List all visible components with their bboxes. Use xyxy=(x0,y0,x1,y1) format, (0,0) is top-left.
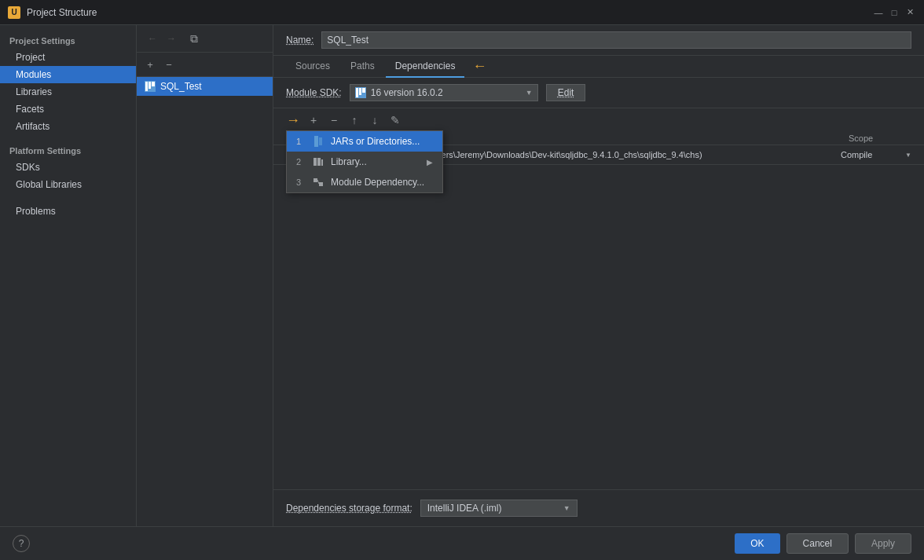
edit-sdk-button[interactable]: Edit xyxy=(546,84,586,101)
add-dep-button[interactable]: + xyxy=(305,112,322,129)
storage-format-value: IntelliJ IDEA (.iml) xyxy=(427,503,502,514)
sidebar-item-sdks-label: SDKs xyxy=(16,162,40,173)
nav-arrows: ← → ⧉ xyxy=(137,25,273,53)
tab-sources[interactable]: Sources xyxy=(286,56,339,78)
sidebar-item-modules[interactable]: Modules xyxy=(0,66,136,83)
dropdown-item-3-number: 3 xyxy=(296,178,306,187)
apply-button[interactable]: Apply xyxy=(855,533,911,554)
sidebar-item-global-libraries-label: Global Libraries xyxy=(16,179,82,190)
title-bar-controls: — □ ✕ xyxy=(872,6,916,19)
svg-rect-11 xyxy=(314,178,317,182)
title-bar: U Project Structure — □ ✕ xyxy=(0,0,924,25)
sdk-row: Module SDK: 16 version 16.0.2 ▼ Edit xyxy=(273,78,924,108)
sidebar-item-artifacts[interactable]: Artifacts xyxy=(0,118,136,135)
sidebar: Project Settings Project Modules Librari… xyxy=(0,25,137,220)
move-up-dep-button[interactable]: ↑ xyxy=(346,112,363,129)
storage-format-dropdown[interactable]: IntelliJ IDEA (.iml) ▼ xyxy=(420,500,578,517)
footer: ? OK Cancel Apply xyxy=(0,526,924,560)
module-name: SQL_Test xyxy=(160,81,202,92)
sdk-name: 16 version 16.0.2 xyxy=(371,87,443,98)
svg-rect-1 xyxy=(148,82,151,89)
module-dep-icon xyxy=(312,176,324,188)
sdk-dropdown[interactable]: 16 version 16.0.2 ▼ xyxy=(350,84,538,101)
storage-format-arrow: ▼ xyxy=(563,504,570,512)
dropdown-library-item[interactable]: 2 Library... ▶ xyxy=(287,152,442,172)
name-input[interactable] xyxy=(321,31,911,49)
edit-dep-button[interactable]: ✎ xyxy=(387,112,404,129)
module-list: SQL_Test xyxy=(137,77,273,526)
add-dep-dropdown: → 1 JARs or Directories... 2 xyxy=(286,130,443,193)
library-icon xyxy=(312,156,324,168)
sdk-icon xyxy=(355,87,366,98)
sdk-label: Module SDK: xyxy=(286,87,342,98)
library-submenu-arrow: ▶ xyxy=(427,158,433,167)
svg-rect-3 xyxy=(356,88,358,97)
svg-rect-8 xyxy=(314,158,317,166)
storage-label: Dependencies storage format: xyxy=(286,503,412,514)
maximize-button[interactable]: □ xyxy=(888,6,900,19)
remove-dep-button[interactable]: − xyxy=(325,112,343,129)
dep-scope-value-0: Compile xyxy=(841,150,872,159)
deps-toolbar: → + − ↑ ↓ ✎ → 1 JARs or Directo xyxy=(273,108,924,132)
sidebar-item-artifacts-label: Artifacts xyxy=(16,121,50,132)
dropdown-module-dep-item[interactable]: 3 Module Dependency... xyxy=(287,172,442,192)
cancel-button[interactable]: Cancel xyxy=(786,533,849,554)
storage-format-area: Dependencies storage format: IntelliJ ID… xyxy=(273,489,924,526)
dep-scope-arrow-0: ▼ xyxy=(905,152,911,159)
ok-button[interactable]: OK xyxy=(735,533,779,554)
platform-settings-header: Platform Settings xyxy=(0,140,136,159)
title-text: Project Structure xyxy=(27,7,97,18)
svg-rect-10 xyxy=(321,159,323,166)
right-panel: Name: Sources Paths Dependencies ← Modul… xyxy=(273,25,924,526)
sidebar-item-project[interactable]: Project xyxy=(0,49,136,66)
dependencies-arrow-indicator: ← xyxy=(472,58,486,75)
toolbar-arrow-indicator: → xyxy=(286,112,300,129)
sidebar-item-modules-label: Modules xyxy=(16,69,51,80)
tab-dependencies[interactable]: Dependencies xyxy=(386,56,465,78)
sidebar-item-project-label: Project xyxy=(16,52,45,63)
sidebar-item-facets-label: Facets xyxy=(16,104,44,115)
content-spacer xyxy=(273,317,924,489)
sidebar-item-problems[interactable]: Problems xyxy=(0,203,136,220)
jars-icon xyxy=(312,135,324,148)
sidebar-item-global-libraries[interactable]: Global Libraries xyxy=(0,176,136,193)
svg-rect-2 xyxy=(152,82,155,86)
back-button[interactable]: ← xyxy=(145,31,160,46)
dropdown-item-2-label: Library... xyxy=(331,156,367,167)
name-row: Name: xyxy=(273,25,924,56)
module-icon xyxy=(145,81,156,92)
project-settings-header: Project Settings xyxy=(0,30,136,49)
svg-rect-5 xyxy=(362,88,365,93)
add-module-button[interactable]: + xyxy=(141,56,159,73)
sidebar-item-sdks[interactable]: SDKs xyxy=(0,159,136,176)
forward-button[interactable]: → xyxy=(163,31,179,46)
sdk-dropdown-arrow: ▼ xyxy=(526,89,533,97)
tabs-row: Sources Paths Dependencies ← xyxy=(273,56,924,78)
dropdown-item-2-number: 2 xyxy=(296,157,306,167)
svg-rect-12 xyxy=(319,182,323,186)
left-panel: Project Settings Project Modules Librari… xyxy=(0,25,137,526)
svg-rect-4 xyxy=(359,88,361,95)
tab-paths[interactable]: Paths xyxy=(341,56,384,78)
footer-left: ? xyxy=(13,535,30,552)
app-icon: U xyxy=(8,6,20,19)
dropdown-item-3-label: Module Dependency... xyxy=(331,177,424,188)
dep-scope-dropdown-0[interactable]: Compile ▼ xyxy=(841,150,911,159)
module-toolbar: + − xyxy=(137,53,273,77)
footer-right: OK Cancel Apply xyxy=(735,533,911,554)
svg-line-13 xyxy=(317,180,319,184)
module-item[interactable]: SQL_Test xyxy=(137,77,273,96)
move-down-dep-button[interactable]: ↓ xyxy=(366,112,383,129)
dropdown-arrow-indicator: → xyxy=(273,136,276,152)
dropdown-item-1-label: JARs or Directories... xyxy=(331,136,420,147)
help-button[interactable]: ? xyxy=(13,535,30,552)
sidebar-item-facets[interactable]: Facets xyxy=(0,101,136,118)
sidebar-item-libraries[interactable]: Libraries xyxy=(0,83,136,101)
minimize-button[interactable]: — xyxy=(872,6,885,19)
svg-rect-9 xyxy=(317,158,321,166)
main-content: Project Settings Project Modules Librari… xyxy=(0,25,924,526)
copy-module-button[interactable]: ⧉ xyxy=(185,30,203,47)
dropdown-jars-item[interactable]: 1 JARs or Directories... xyxy=(287,131,442,152)
remove-module-button[interactable]: − xyxy=(160,56,178,73)
close-button[interactable]: ✕ xyxy=(904,6,916,19)
